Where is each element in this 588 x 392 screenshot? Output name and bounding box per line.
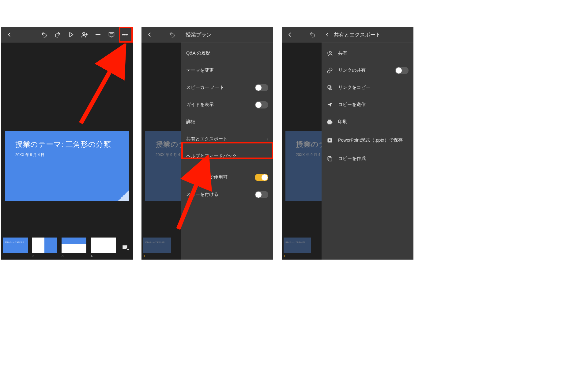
share-export-menu: 共有とエクスポート 共有 リンクの共有 リンクをコピー コピーを送信 印刷 P … — [322, 27, 413, 260]
comment-icon[interactable] — [105, 28, 118, 41]
svg-line-12 — [81, 50, 122, 123]
toggle-show-guides[interactable] — [255, 101, 268, 108]
thumbnail-4[interactable]: 4 — [91, 238, 115, 258]
menu-item-print[interactable]: 印刷 — [322, 113, 413, 131]
plus-icon[interactable] — [91, 28, 105, 41]
svg-text:P: P — [329, 139, 331, 142]
menu-item-send-copy[interactable]: コピーを送信 — [322, 96, 413, 113]
screen-3: 授業のテ 20XX 年 9 月 4 日 授業のテーマ: 三角形の分類 1 共有と… — [282, 27, 413, 260]
annotation-arrow-1 — [72, 44, 130, 129]
page-fold-decoration — [118, 190, 129, 201]
svg-point-9 — [124, 34, 125, 35]
back-icon[interactable] — [283, 28, 296, 41]
slide-canvas[interactable]: 授業のテーマ: 三角形の分類 20XX 年 9 月 4 日 — [5, 131, 129, 201]
menu-item-qa-history[interactable]: Q&A の履歴 — [181, 45, 273, 62]
toggle-available-offline[interactable] — [255, 174, 268, 181]
toggle-link-sharing[interactable] — [395, 67, 409, 74]
svg-marker-0 — [70, 32, 73, 37]
screen-2: 授業のテ 20XX 年 9 月 4 日 授業のテーマ: 三角形の分類 1 授業プ… — [141, 27, 273, 260]
toggle-speaker-notes[interactable] — [255, 84, 268, 91]
svg-point-1 — [83, 32, 85, 35]
overflow-menu: 授業プラン Q&A の履歴 テーマを変更 スピーカー ノート ガイドを表示 詳細… — [181, 27, 273, 260]
menu-item-share[interactable]: 共有 — [322, 45, 413, 62]
menu-header: 授業プラン — [181, 27, 273, 43]
undo-icon[interactable] — [165, 28, 179, 41]
slide-title: 授業のテーマ: 三角形の分類 — [15, 139, 119, 149]
add-person-icon[interactable] — [78, 28, 91, 41]
toolbar — [1, 27, 133, 43]
thumbnail-1[interactable]: 授業のテーマ: 三角形の分類 1 — [284, 238, 311, 258]
menu-item-share-export[interactable]: 共有とエクスポート› — [181, 131, 273, 148]
slide-date: 20XX 年 9 月 4 日 — [15, 152, 119, 158]
svg-point-14 — [329, 51, 331, 53]
menu-item-copy-link[interactable]: リンクをコピー — [322, 79, 413, 96]
menu-item-details[interactable]: 詳細 — [181, 113, 273, 131]
menu-item-save-pptx[interactable]: P PowerPoint形式（.pptx）で保存 — [322, 131, 413, 150]
duplicate-icon — [326, 156, 333, 162]
thumbnail-2[interactable]: 2 — [32, 238, 57, 258]
menu-item-help-feedback[interactable]: ヘルプとフィードバック — [181, 148, 273, 165]
undo-icon[interactable] — [37, 28, 51, 41]
panel-back-icon[interactable] — [324, 28, 330, 41]
submenu-header: 共有とエクスポート — [322, 27, 413, 43]
toggle-star[interactable] — [255, 191, 268, 198]
thumbnail-strip: 授業のテーマ: 三角形の分類 1 2 3 4 — [3, 238, 131, 258]
link-icon — [326, 67, 333, 74]
menu-item-link-sharing[interactable]: リンクの共有 — [322, 62, 413, 79]
send-icon — [326, 102, 333, 108]
thumbnail-1[interactable]: 授業のテーマ: 三角形の分類 1 — [143, 238, 171, 258]
menu-item-change-theme[interactable]: テーマを変更 — [181, 62, 273, 79]
screen-1: 授業のテーマ: 三角形の分類 20XX 年 9 月 4 日 授業のテーマ: 三角… — [1, 27, 133, 260]
add-slide-button[interactable] — [120, 238, 131, 258]
menu-item-available-offline[interactable]: オフラインで使用可 — [181, 169, 273, 186]
add-person-icon — [326, 50, 333, 56]
back-icon[interactable] — [2, 28, 16, 41]
svg-rect-21 — [329, 158, 332, 161]
svg-point-8 — [123, 34, 123, 35]
back-icon[interactable] — [143, 28, 156, 41]
copy-icon — [326, 85, 333, 91]
menu-item-show-guides[interactable]: ガイドを表示 — [181, 96, 273, 113]
menu-item-make-copy[interactable]: コピーを作成 — [322, 150, 413, 167]
present-icon[interactable] — [64, 28, 78, 41]
menu-item-star[interactable]: スターを付ける — [181, 186, 273, 203]
chevron-right-icon: › — [267, 137, 268, 142]
thumbnail-1[interactable]: 授業のテーマ: 三角形の分類 1 — [3, 238, 28, 258]
redo-icon[interactable] — [51, 28, 64, 41]
printer-icon — [326, 119, 333, 125]
more-icon[interactable] — [118, 28, 132, 41]
powerpoint-icon: P — [326, 137, 333, 143]
svg-point-10 — [126, 34, 127, 35]
thumbnail-3[interactable]: 3 — [62, 238, 86, 258]
menu-item-speaker-notes[interactable]: スピーカー ノート — [181, 79, 273, 96]
undo-icon[interactable] — [306, 28, 319, 41]
